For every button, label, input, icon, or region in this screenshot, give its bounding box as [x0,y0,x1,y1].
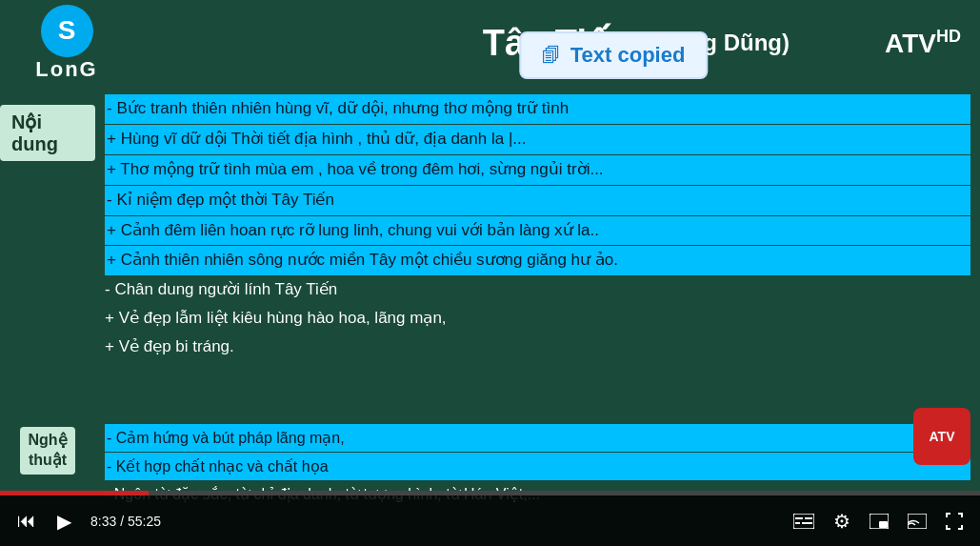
title-area: Tây Tiến 🗐 Text copied ng Dũng) ATVHD [133,22,980,64]
cast-button[interactable] [902,510,932,533]
play-button[interactable]: ▶ [51,506,77,536]
controls-bar[interactable]: ⏮ ▶ 8:33 / 55:25 ⚙ [0,491,980,546]
noi-dung-label: Nội dung [0,105,95,161]
atv-text: ATV [885,29,936,58]
content-line-9: + Vẻ đẹp bi tráng. [105,334,970,361]
svg-rect-2 [805,517,812,519]
hd-text: HD [936,27,961,46]
controls-row: ⏮ ▶ 8:33 / 55:25 ⚙ [0,495,980,546]
settings-button[interactable]: ⚙ [828,506,856,536]
time-separator: / [120,514,128,529]
main-content: Nội dung - Bức tranh thiên nhiên hùng vĩ… [0,86,980,419]
nghe-thuat-content: - Cảm hứng và bút pháp lãng mạn, - Kết h… [95,419,980,495]
svg-rect-6 [879,521,888,528]
atv-logo: ATVHD [885,27,961,58]
copy-icon: 🗐 [542,45,561,67]
content-line-3: + Thơ mộng trữ tình mùa em , hoa về tron… [105,155,970,185]
svg-rect-1 [795,517,803,519]
pip-button[interactable] [864,510,894,533]
content-line-7: - Chân dung người lính Tây Tiến [105,276,970,304]
subtitles-button[interactable] [788,510,820,533]
logo-name: LonG [35,57,97,82]
copy-label: Text copied [570,43,686,68]
progress-fill [0,491,149,495]
noi-dung-label-container: Nội dung [0,86,95,419]
content-line-6: + Cảnh thiên nhiên sông nước miền Tây mộ… [105,246,970,275]
svg-rect-4 [802,522,812,524]
time-current: 8:33 [90,514,116,529]
bottom-section: Nghệthuật - Cảm hứng và bút pháp lãng mạ… [0,419,980,495]
text-copied-tooltip: 🗐 Text copied [519,31,709,79]
nghe-thuat-line-1: - Cảm hứng và bút pháp lãng mạn, [105,424,970,452]
logo-area: S LonG [0,0,133,86]
atv-badge: ATV [913,408,970,465]
content-line-2: + Hùng vĩ dữ dội Thời tiết địa hình , th… [105,125,970,154]
content-line-5: + Cảnh đêm liên hoan rực rỡ lung linh, c… [105,216,970,246]
content-lines: - Bức tranh thiên nhiên hùng vĩ, dữ dội,… [95,86,980,419]
skip-back-button[interactable]: ⏮ [11,506,42,536]
right-controls: ⚙ [788,506,969,536]
time-total: 55:25 [128,514,161,529]
top-bar: S LonG Tây Tiến 🗐 Text copied ng Dũng) A… [0,0,980,86]
svg-rect-0 [793,514,814,529]
nghe-thuat-line-2: - Kết hợp chất nhạc và chất họa [105,453,970,480]
atv-badge-text: ATV [930,429,955,444]
content-line-1: - Bức tranh thiên nhiên hùng vĩ, dữ dội,… [105,94,970,124]
time-display: 8:33 / 55:25 [90,514,161,529]
content-line-4: - Kỉ niệm đẹp một thời Tây Tiến [105,186,970,215]
logo-circle: S [41,5,93,57]
logo-letter: S [58,15,76,46]
fullscreen-button[interactable] [940,509,969,534]
progress-bar[interactable] [0,491,980,495]
content-line-8: + Vẻ đẹp lẫm liệt kiêu hùng hào hoa, lãn… [105,305,970,333]
svg-rect-3 [795,522,800,524]
nghe-thuat-label-container: Nghệthuật [0,419,95,495]
nghe-thuat-label: Nghệthuật [20,427,74,475]
